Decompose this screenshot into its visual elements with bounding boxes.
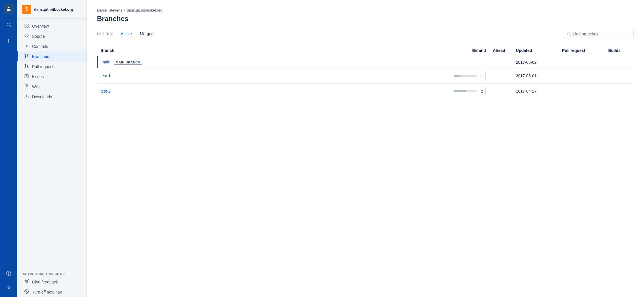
svg-point-17 bbox=[25, 57, 26, 58]
share-section: SHARE YOUR THOUGHTS Give feedback Turn o… bbox=[17, 268, 86, 297]
user-nav-icon[interactable] bbox=[3, 283, 14, 294]
updated-cell-test2: 2017-04-27 bbox=[512, 84, 559, 99]
svg-point-1 bbox=[7, 23, 10, 26]
branches-icon bbox=[24, 54, 29, 59]
svg-line-2 bbox=[10, 26, 11, 27]
breadcrumb-repo[interactable]: dans.git.bitbucket.org bbox=[127, 8, 162, 12]
search-icon bbox=[567, 32, 571, 36]
issues-icon bbox=[24, 74, 29, 79]
builds-cell-main bbox=[605, 56, 634, 68]
sidebar-nav: Overview Source Commits bbox=[17, 19, 86, 268]
col-behind: Behind bbox=[437, 45, 489, 56]
pull-requests-icon bbox=[24, 64, 29, 69]
sidebar-item-commits[interactable]: Commits bbox=[17, 41, 86, 51]
find-branches-search bbox=[564, 30, 634, 38]
issues-label: Issues bbox=[32, 74, 44, 79]
give-feedback-icon bbox=[24, 279, 29, 285]
col-updated: Updated bbox=[512, 45, 559, 56]
svg-point-6 bbox=[9, 274, 9, 275]
ahead-cell-test1 bbox=[489, 68, 512, 84]
filter-merged-btn[interactable]: Merged bbox=[136, 30, 158, 38]
repo-icon: 5 bbox=[22, 5, 31, 14]
downloads-label: Downloads bbox=[32, 95, 52, 99]
main-content: Daniel Stevens / dans.git.bitbucket.org … bbox=[87, 0, 644, 297]
repo-header: 5 dans.git.bitbucket.org bbox=[17, 0, 86, 19]
filter-active-btn[interactable]: Active bbox=[117, 30, 136, 38]
col-ahead: Ahead bbox=[489, 45, 512, 56]
svg-rect-9 bbox=[27, 24, 28, 25]
updated-cell-main: 2017-05-02 bbox=[512, 56, 559, 68]
col-pull-request: Pull request bbox=[559, 45, 605, 56]
turn-off-nav-icon bbox=[24, 289, 29, 295]
branch-link-test1[interactable]: test-1 bbox=[100, 74, 111, 78]
sidebar: 5 dans.git.bitbucket.org Overview Source bbox=[17, 0, 87, 297]
builds-cell-test1 bbox=[605, 68, 634, 84]
wiki-label: Wiki bbox=[32, 84, 40, 89]
overview-icon bbox=[24, 23, 29, 29]
turn-off-nav-label: Turn off new nav bbox=[32, 290, 62, 294]
give-feedback-label: Give feedback bbox=[32, 280, 58, 284]
sidebar-item-wiki[interactable]: Wiki bbox=[17, 82, 86, 92]
source-icon bbox=[24, 33, 29, 39]
breadcrumb-user[interactable]: Daniel Stevens bbox=[97, 8, 122, 12]
sidebar-item-turn-off-nav[interactable]: Turn off new nav bbox=[17, 287, 86, 297]
create-nav-icon[interactable] bbox=[3, 36, 14, 46]
repo-name: dans.git.bitbucket.org bbox=[34, 7, 73, 12]
filters-label: FILTERS: bbox=[97, 32, 113, 36]
wiki-icon bbox=[24, 84, 29, 89]
svg-point-0 bbox=[8, 7, 10, 8]
ahead-cell-main bbox=[489, 56, 512, 68]
table-row: main MAIN BRANCH 2017-05-02 bbox=[97, 56, 634, 68]
branch-link-test2[interactable]: test-2 bbox=[100, 89, 111, 93]
global-logo[interactable] bbox=[3, 3, 14, 14]
col-builds: Builds bbox=[605, 45, 634, 56]
pr-cell-test2 bbox=[559, 84, 605, 99]
svg-line-34 bbox=[570, 35, 571, 36]
svg-line-32 bbox=[25, 290, 28, 293]
branch-link-main[interactable]: main bbox=[102, 60, 110, 64]
updated-cell-test1: 2017-05-01 bbox=[512, 68, 559, 84]
behind-cell-main bbox=[437, 56, 489, 68]
svg-point-16 bbox=[27, 54, 28, 55]
page-title: Branches bbox=[97, 15, 634, 23]
sidebar-item-issues[interactable]: Issues bbox=[17, 72, 86, 82]
col-branch: Branch bbox=[97, 45, 437, 56]
source-label: Source bbox=[32, 34, 45, 39]
svg-rect-8 bbox=[25, 24, 26, 25]
main-branch-badge: MAIN BRANCH bbox=[114, 60, 142, 65]
downloads-icon bbox=[24, 94, 29, 99]
pull-requests-label: Pull requests bbox=[32, 64, 55, 69]
sidebar-item-branches[interactable]: Branches bbox=[17, 51, 86, 61]
sidebar-item-overview[interactable]: Overview bbox=[17, 21, 86, 31]
share-section-title: SHARE YOUR THOUGHTS bbox=[17, 268, 86, 277]
table-row: test-2 2 2017-04-27 bbox=[97, 84, 634, 99]
search-nav-icon[interactable] bbox=[3, 20, 14, 30]
branches-table: Branch Behind Ahead Updated Pull request… bbox=[97, 45, 634, 99]
commits-label: Commits bbox=[32, 44, 48, 49]
help-nav-icon[interactable] bbox=[3, 268, 14, 279]
filters-left: FILTERS: Active Merged bbox=[97, 30, 158, 38]
sidebar-item-source[interactable]: Source bbox=[17, 31, 86, 41]
filters-bar: FILTERS: Active Merged bbox=[97, 30, 634, 38]
svg-point-33 bbox=[568, 33, 570, 35]
builds-cell-test2 bbox=[605, 84, 634, 99]
behind-cell-test1: 1 bbox=[437, 68, 489, 84]
find-branches-input[interactable] bbox=[573, 32, 630, 36]
svg-rect-10 bbox=[25, 26, 26, 27]
sidebar-item-give-feedback[interactable]: Give feedback bbox=[17, 277, 86, 287]
table-row: test-1 1 2017-05-01 bbox=[97, 68, 634, 84]
commits-icon bbox=[24, 44, 29, 49]
global-nav bbox=[0, 0, 17, 297]
breadcrumb: Daniel Stevens / dans.git.bitbucket.org bbox=[97, 8, 634, 12]
breadcrumb-sep: / bbox=[124, 8, 125, 12]
svg-point-21 bbox=[25, 67, 26, 68]
pr-cell-test1 bbox=[559, 68, 605, 84]
svg-point-7 bbox=[8, 287, 10, 288]
sidebar-item-downloads[interactable]: Downloads bbox=[17, 92, 86, 102]
svg-point-12 bbox=[26, 45, 27, 46]
overview-label: Overview bbox=[32, 24, 49, 29]
svg-rect-11 bbox=[27, 26, 28, 27]
svg-point-19 bbox=[27, 67, 28, 68]
ahead-cell-test2 bbox=[489, 84, 512, 99]
sidebar-item-pull-requests[interactable]: Pull requests bbox=[17, 61, 86, 72]
